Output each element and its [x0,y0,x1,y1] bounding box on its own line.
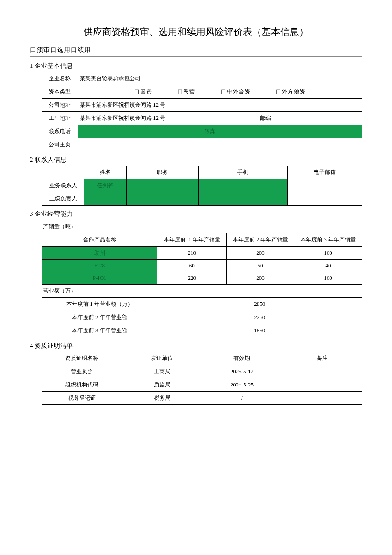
prod-0-name: 助剂 [42,247,157,260]
col-y3: 本年度前 3 年年产销量 [294,233,362,247]
prod-1-name: F-78 [42,260,157,272]
table-row: 业务联系人 任剑锋 [42,179,362,192]
cap-opt-private[interactable]: 口民营 [177,88,195,96]
page-title: 供应商资格预审、选用和续用风险评价表（基本信息） [30,26,362,38]
fax-value [228,125,362,138]
col-cert-name: 资质证明名称 [42,352,122,365]
col-role [42,166,84,179]
rev-0-label: 本年度前 1 年营业额（万） [42,298,157,311]
table-row: 组织机构代码 质监局 202*-5-25 [42,378,362,392]
cert-0-note [282,365,362,378]
table-row: 公司主页 [42,138,362,151]
section-3-heading: 3 企业经营能力 [30,210,362,218]
table-header-row: 合作产品名称 本年度前. 1 年年产销量 本年度前 2 年年产销量 本年度前 3… [42,233,362,247]
company-name-value: 某某美台贸易总承包公司 [78,72,362,85]
fax-label: 传真 [192,125,228,138]
prod-0-y3: 160 [294,247,362,260]
cap-opt-foreign[interactable]: 口外方独资 [276,88,306,96]
cert-2-name: 税务登记证 [42,392,122,405]
contact-sup-mail [288,192,362,206]
homepage-value [78,138,362,151]
cap-opt-state[interactable]: 口国资 [134,88,152,96]
col-position: 职务 [127,166,199,179]
cert-2-issuer: 税务局 [122,392,202,405]
col-product: 合作产品名称 [42,233,157,247]
revenue-subheading: 营业额（万） [42,285,362,298]
col-mobile: 手机 [199,166,288,179]
factory-addr-label: 工厂地址 [42,112,78,125]
section-2-heading: 2 联系人信息 [30,156,362,164]
tel-label: 联系电话 [42,125,78,138]
cert-1-valid: 202*-5-25 [202,378,282,392]
contact-biz-name: 任剑锋 [84,179,127,192]
col-name: 姓名 [84,166,127,179]
rev-2-value: 1850 [157,324,362,337]
table-row: 本年度前 1 年营业额（万） 2850 [42,298,362,311]
rev-0-value: 2850 [157,298,362,311]
capital-type-options[interactable]: 口国资 口民营 口中外合资 口外方独资 [78,85,362,99]
table-row: 联系电话 传真 [42,125,362,138]
table-header-row: 姓名 职务 手机 电子邮箱 [42,166,362,179]
factory-addr-value: 某某市浦东新区祝桥镇金闻路 12 号 [78,112,228,125]
prod-2-y2: 200 [227,272,294,285]
table-row: 产销量（吨） [42,220,362,233]
zip-label: 邮编 [228,112,303,125]
table-row: 公司地址 某某市浦东新区祝桥镇金闻路 12 号 [42,99,362,112]
cert-0-name: 营业执照 [42,365,122,378]
rev-2-label: 本年度前 3 年年营业额 [42,324,157,337]
prod-2-name: P-IO1 [42,272,157,285]
col-email: 电子邮箱 [288,166,362,179]
table-row: 助剂 210 200 160 [42,247,362,260]
production-subheading: 产销量（吨） [42,220,362,233]
prod-0-y2: 200 [227,247,294,260]
cap-opt-jv[interactable]: 口中外合资 [221,88,251,96]
company-addr-label: 公司地址 [42,99,78,112]
contact-biz-mob [199,179,288,192]
divider [30,56,362,57]
capital-type-label: 资本类型 [42,85,78,99]
table-row: 企业名称 某某美台贸易总承包公司 [42,72,362,85]
contact-sup-name [84,192,127,206]
qualification-table: 资质证明名称 发证单位 有效期 备注 营业执照 工商局 2025-5-12 组织… [42,352,362,405]
company-addr-value: 某某市浦东新区祝桥镇金闻路 12 号 [78,99,362,112]
table-row: 资本类型 口国资 口民营 口中外合资 口外方独资 [42,85,362,99]
cert-1-name: 组织机构代码 [42,378,122,392]
table-row: 本年度前 3 年年营业额 1850 [42,324,362,337]
prod-1-y1: 60 [157,260,227,272]
table-row: 上级负责人 [42,192,362,206]
cert-0-valid: 2025-5-12 [202,365,282,378]
contact-sup-mob [199,192,288,206]
col-y2: 本年度前 2 年年产销量 [227,233,294,247]
company-info-table: 企业名称 某某美台贸易总承包公司 资本类型 口国资 口民营 口中外合资 口外方独… [42,72,362,151]
cert-1-note [282,378,362,392]
cert-2-valid: / [202,392,282,405]
col-note: 备注 [282,352,362,365]
contact-sup-label: 上级负责人 [42,192,84,206]
table-row: F-78 60 50 40 [42,260,362,272]
rev-1-label: 本年度前 2 年年营业额 [42,311,157,324]
company-name-label: 企业名称 [42,72,78,85]
prod-2-y1: 220 [157,272,227,285]
cert-0-issuer: 工商局 [122,365,202,378]
table-header-row: 资质证明名称 发证单位 有效期 备注 [42,352,362,365]
section-4-heading: 4 资质证明清单 [30,342,362,350]
form-type-checkboxes[interactable]: 口预审口选用口续用 [30,46,362,55]
prod-0-y1: 210 [157,247,227,260]
col-valid: 有效期 [202,352,282,365]
prod-1-y2: 50 [227,260,294,272]
rev-1-value: 2250 [157,311,362,324]
cert-1-issuer: 质监局 [122,378,202,392]
prod-2-y3: 160 [294,272,362,285]
table-row: 营业执照 工商局 2025-5-12 [42,365,362,378]
cert-2-note [282,392,362,405]
table-row: 税务登记证 税务局 / [42,392,362,405]
contact-biz-pos [127,179,199,192]
table-row: 工厂地址 某某市浦东新区祝桥镇金闻路 12 号 邮编 [42,112,362,125]
section-1-heading: 1 企业基本信息 [30,62,362,70]
table-row: 营业额（万） [42,285,362,298]
prod-1-y3: 40 [294,260,362,272]
homepage-label: 公司主页 [42,138,78,151]
zip-value [303,112,362,125]
table-row: 本年度前 2 年年营业额 2250 [42,311,362,324]
col-issuer: 发证单位 [122,352,202,365]
